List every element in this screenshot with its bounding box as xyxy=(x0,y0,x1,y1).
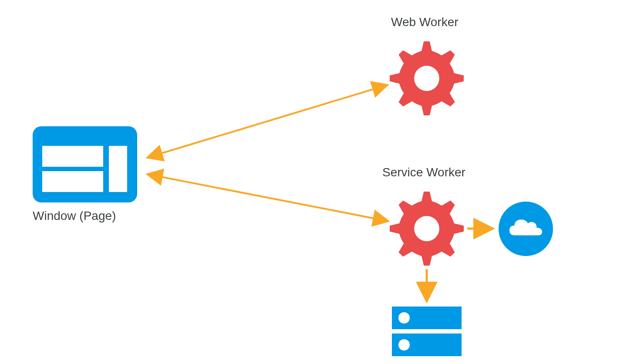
storage-icon xyxy=(392,307,462,357)
service-worker-label: Service Worker xyxy=(382,165,465,179)
svg-point-10 xyxy=(398,339,410,351)
window-page-icon xyxy=(33,126,137,202)
service-worker-gear-icon xyxy=(390,192,464,266)
window-page-label: Window (Page) xyxy=(33,209,116,223)
svg-point-4 xyxy=(414,66,439,91)
svg-point-8 xyxy=(398,312,410,324)
web-worker-gear-icon xyxy=(390,41,464,115)
arrow-window-serviceworker xyxy=(147,174,388,221)
arrow-window-webworker xyxy=(147,85,388,158)
svg-rect-1 xyxy=(42,146,103,167)
cloud-icon xyxy=(499,202,553,256)
svg-rect-3 xyxy=(109,146,127,192)
web-worker-label: Web Worker xyxy=(391,15,459,29)
svg-rect-2 xyxy=(42,171,103,192)
svg-point-5 xyxy=(414,216,439,241)
